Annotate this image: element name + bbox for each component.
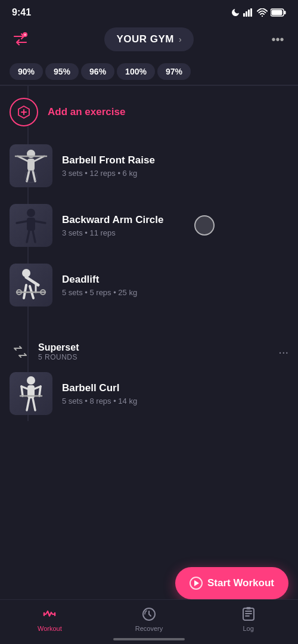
exercise-info-backward-arm-circle: Backward Arm Circle 3 sets • 11 reps	[62, 214, 288, 237]
exercise-name-barbell-front-raise: Barbell Front Raise	[62, 154, 288, 166]
exercise-item-barbell-curl[interactable]: Barbell Curl 5 sets • 8 reps • 14 kg	[0, 366, 298, 421]
nav-label-recovery: Recovery	[135, 625, 163, 632]
svg-point-4	[262, 16, 263, 17]
exercise-info-barbell-curl: Barbell Curl 5 sets • 8 reps • 14 kg	[62, 382, 288, 405]
add-exercise-label: Add an exercise	[48, 106, 125, 118]
exercise-list: Add an exercise	[0, 86, 298, 503]
svg-line-23	[33, 231, 35, 242]
percent-item-96[interactable]: 96%	[81, 63, 114, 80]
signal-icon	[243, 8, 254, 17]
exercise-item-barbell-front-raise[interactable]: Barbell Front Raise 3 sets • 12 reps • 6…	[0, 138, 298, 193]
add-exercise-row[interactable]: Add an exercise	[0, 86, 298, 138]
exercise-item-deadlift[interactable]: Deadlift 5 sets • 5 reps • 25 kg	[0, 258, 298, 312]
percentage-bar[interactable]: 90% 95% 96% 100% 97%	[0, 58, 298, 85]
superset-rounds: 5 ROUNDS	[38, 353, 271, 361]
figure-arm-circle	[13, 206, 49, 245]
svg-rect-42	[243, 608, 254, 620]
exercise-details-backward-arm-circle: 3 sets • 11 reps	[62, 228, 288, 237]
gym-title-pill[interactable]: YOUR GYM ›	[104, 27, 193, 51]
svg-line-22	[27, 231, 29, 242]
wifi-icon	[257, 8, 268, 17]
exercise-details-barbell-curl: 5 sets • 8 reps • 14 kg	[62, 397, 288, 405]
svg-line-21	[35, 221, 45, 223]
start-workout-label: Start Workout	[207, 577, 274, 589]
percent-item-100[interactable]: 100%	[117, 63, 155, 80]
exercise-thumbnail-backward-arm-circle	[10, 204, 52, 247]
exercise-details-deadlift: 5 sets • 5 reps • 25 kg	[62, 288, 288, 297]
svg-line-35	[21, 386, 23, 396]
svg-rect-19	[27, 218, 35, 231]
exercise-thumbnail-barbell-curl	[10, 372, 52, 415]
svg-rect-6	[284, 11, 286, 14]
figure-barbell-front-raise	[13, 147, 49, 185]
svg-point-32	[27, 376, 35, 385]
nav-item-workout[interactable]: Workout	[0, 606, 100, 632]
superset-icon	[10, 341, 31, 363]
svg-rect-11	[27, 159, 35, 171]
superset-info: Superset 5 ROUNDS	[38, 342, 271, 361]
exercise-thumbnail-barbell-front-raise	[10, 144, 52, 187]
bottom-nav: Workout Recovery Log	[0, 599, 298, 644]
svg-rect-7	[272, 10, 283, 16]
play-triangle-icon	[194, 580, 199, 586]
status-bar: 9:41	[0, 0, 298, 23]
start-workout-button[interactable]: Start Workout	[175, 567, 288, 599]
svg-line-37	[39, 386, 41, 396]
percent-item-95[interactable]: 95%	[45, 63, 79, 80]
superset-header: Superset 5 ROUNDS ···	[0, 332, 298, 366]
workout-icon	[41, 606, 58, 623]
nav-item-recovery[interactable]: Recovery	[100, 606, 199, 632]
exercise-name-barbell-curl: Barbell Curl	[62, 382, 288, 394]
svg-line-40	[33, 398, 35, 410]
recovery-icon	[141, 606, 157, 623]
nav-label-workout: Workout	[38, 625, 62, 632]
nav-label-log: Log	[243, 625, 254, 632]
exercise-name-deadlift: Deadlift	[62, 274, 288, 286]
svg-rect-1	[246, 11, 247, 17]
svg-line-39	[27, 398, 29, 410]
add-exercise-icon	[10, 98, 38, 126]
exercise-item-backward-arm-circle[interactable]: Backward Arm Circle 3 sets • 11 reps	[0, 198, 298, 253]
percent-item-90[interactable]: 90%	[10, 63, 43, 80]
svg-line-20	[17, 221, 27, 223]
status-icons	[231, 8, 286, 17]
header: + YOUR GYM › •••	[0, 23, 298, 58]
more-options-button[interactable]: •••	[267, 29, 288, 50]
nav-item-log[interactable]: Log	[198, 606, 298, 632]
figure-deadlift	[13, 266, 49, 305]
swap-icon[interactable]: +	[10, 29, 31, 50]
chevron-right-icon: ›	[179, 35, 182, 44]
svg-text:+: +	[24, 33, 26, 37]
svg-rect-2	[248, 10, 250, 17]
percent-item-97[interactable]: 97%	[157, 63, 191, 80]
exercise-name-backward-arm-circle: Backward Arm Circle	[62, 214, 288, 226]
play-circle-icon	[190, 577, 203, 590]
svg-rect-43	[246, 607, 251, 609]
status-time: 9:41	[12, 7, 31, 18]
spacer	[0, 317, 298, 332]
svg-point-18	[27, 209, 35, 217]
superset-more-button[interactable]: ···	[278, 345, 288, 359]
exercise-info-barbell-front-raise: Barbell Front Raise 3 sets • 12 reps • 6…	[62, 154, 288, 178]
exercise-info-deadlift: Deadlift 5 sets • 5 reps • 25 kg	[62, 274, 288, 297]
gym-title: YOUR GYM	[116, 33, 174, 45]
svg-rect-3	[250, 8, 252, 17]
moon-icon	[231, 8, 240, 17]
svg-rect-0	[243, 13, 245, 17]
home-indicator	[113, 638, 185, 640]
battery-icon	[271, 8, 286, 17]
superset-title: Superset	[38, 342, 271, 353]
figure-barbell-curl	[13, 374, 49, 413]
exercise-thumbnail-deadlift	[10, 264, 52, 306]
exercise-details-barbell-front-raise: 3 sets • 12 reps • 6 kg	[62, 169, 288, 178]
exercise-list-inner: Add an exercise	[0, 86, 298, 421]
log-icon	[240, 606, 257, 623]
